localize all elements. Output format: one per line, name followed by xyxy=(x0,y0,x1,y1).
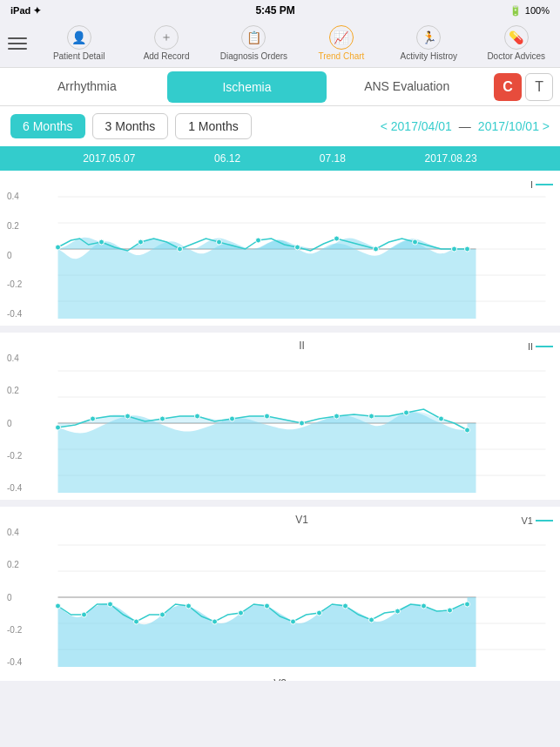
y-axis-I: 0.4 0.2 0 -0.2 -0.4 xyxy=(7,192,22,319)
add-record-icon: ＋ xyxy=(154,25,179,50)
chart-svg-II xyxy=(44,353,560,493)
tab-arrhythmia[interactable]: Arrhythmia xyxy=(7,71,167,104)
svg-point-49 xyxy=(213,619,218,624)
svg-point-45 xyxy=(108,602,113,607)
date-range: < 2017/04/01 — 2017/10/01 > xyxy=(381,119,550,133)
svg-point-17 xyxy=(465,246,470,252)
svg-point-52 xyxy=(291,619,296,624)
legend-label-V1: V1 xyxy=(522,515,533,526)
nav-patient-detail-label: Patient Detail xyxy=(53,51,105,61)
timeline-header-top: 2017.05.07 06.12 07.18 2017.08.23 xyxy=(0,146,560,171)
avatar-c[interactable]: C xyxy=(494,73,522,101)
legend-line-II xyxy=(536,346,553,347)
svg-point-36 xyxy=(465,427,470,433)
nav-doctor-label: Doctor Advices xyxy=(487,51,545,61)
svg-point-32 xyxy=(334,414,340,419)
nav-trend-chart[interactable]: 📈 Trend Chart xyxy=(302,25,381,61)
legend-line-V1 xyxy=(536,520,553,522)
y-axis-V1: 0.4 0.2 0 -0.2 -0.4 xyxy=(7,528,22,667)
svg-point-26 xyxy=(125,414,131,419)
svg-point-6 xyxy=(56,245,61,250)
svg-point-10 xyxy=(217,239,222,245)
svg-point-24 xyxy=(56,425,61,430)
battery-icon: 🔋 xyxy=(509,5,522,17)
svg-point-58 xyxy=(448,608,453,613)
svg-point-33 xyxy=(369,414,374,419)
nav-activity-label: Activity Histroy xyxy=(401,51,458,61)
status-time: 5:45 PM xyxy=(255,4,294,17)
date-dash: — xyxy=(459,119,471,133)
svg-point-34 xyxy=(404,410,409,415)
nav-add-record[interactable]: ＋ Add Record xyxy=(127,25,206,61)
svg-point-29 xyxy=(230,416,235,421)
legend-label-II: II xyxy=(528,341,533,352)
nav-doctor-advices[interactable]: 💊 Doctor Advices xyxy=(477,25,556,61)
svg-point-16 xyxy=(452,246,457,252)
svg-point-43 xyxy=(56,603,61,609)
svg-point-9 xyxy=(178,246,183,252)
svg-point-8 xyxy=(138,239,144,245)
avatar-t[interactable]: T xyxy=(525,73,553,101)
svg-point-59 xyxy=(465,602,470,607)
svg-point-28 xyxy=(195,414,200,419)
timeline-label-2: 06.12 xyxy=(214,152,240,165)
svg-point-27 xyxy=(160,416,165,421)
svg-point-57 xyxy=(422,603,427,609)
timeline-label-3: 07.18 xyxy=(320,152,346,165)
date-next-button[interactable]: 2017/10/01 > xyxy=(478,119,550,133)
svg-point-12 xyxy=(295,245,300,250)
svg-point-55 xyxy=(369,617,374,622)
tabs-row: Arrhythmia Ischemia ANS Evaluation C T xyxy=(0,68,560,106)
hamburger-menu[interactable] xyxy=(4,34,30,53)
svg-point-50 xyxy=(239,610,244,616)
nav-bar: 👤 Patient Detail ＋ Add Record 📋 Diagnosi… xyxy=(0,21,560,68)
svg-point-53 xyxy=(317,610,322,616)
period-3months[interactable]: 3 Months xyxy=(92,113,169,139)
chart-svg-I xyxy=(44,179,560,319)
svg-point-30 xyxy=(265,414,270,419)
svg-point-48 xyxy=(186,603,192,609)
svg-point-47 xyxy=(160,612,165,617)
device-name: iPad ✦ xyxy=(10,5,41,17)
status-right: 🔋 100% xyxy=(509,5,550,17)
chart-svg-V1 xyxy=(44,528,560,667)
chart-legend-II: II xyxy=(528,341,553,352)
nav-trend-label: Trend Chart xyxy=(318,51,364,61)
timeline-label-1: 2017.05.07 xyxy=(83,152,135,165)
status-bar: iPad ✦ 5:45 PM 🔋 100% xyxy=(0,0,560,21)
diagnosis-icon: 📋 xyxy=(241,25,266,50)
svg-point-7 xyxy=(99,239,105,245)
timeline-label-4: 2017.08.23 xyxy=(425,152,477,165)
patient-detail-icon: 👤 xyxy=(67,25,91,50)
legend-line-I xyxy=(536,184,553,185)
chart-panel-I: I 0.4 0.2 0 -0.2 -0.4 xyxy=(0,171,560,326)
chart-title-V1: V1 xyxy=(44,514,560,526)
period-6months[interactable]: 6 Months xyxy=(10,114,85,138)
chart-title-II: II xyxy=(44,340,560,352)
nav-diagnosis-orders[interactable]: 📋 Diagnosis Orders xyxy=(214,25,293,61)
svg-point-15 xyxy=(413,239,418,245)
chart-container: 2017.05.07 06.12 07.18 2017.08.23 I 0.4 … xyxy=(0,146,560,681)
svg-point-44 xyxy=(82,612,87,617)
svg-point-46 xyxy=(134,619,139,624)
svg-point-11 xyxy=(256,238,261,243)
chart-panel-V1: V1 V1 0.4 0.2 0 -0.2 -0.4 xyxy=(0,507,560,674)
status-left: iPad ✦ xyxy=(10,5,41,17)
nav-patient-detail[interactable]: 👤 Patient Detail xyxy=(40,25,118,61)
activity-icon: 🏃 xyxy=(416,25,441,50)
tab-ischemia[interactable]: Ischemia xyxy=(167,71,327,103)
chart-legend-V1: V1 xyxy=(522,515,553,526)
chart-title-V2-preview: V2 xyxy=(0,674,560,681)
chart-panel-II: II II 0.4 0.2 0 -0.2 -0.4 xyxy=(0,333,560,500)
nav-diagnosis-label: Diagnosis Orders xyxy=(220,51,287,61)
tab-ans-evaluation[interactable]: ANS Evaluation xyxy=(327,71,487,104)
nav-activity-history[interactable]: 🏃 Activity Histroy xyxy=(389,25,468,61)
svg-point-31 xyxy=(300,421,305,426)
svg-point-51 xyxy=(265,603,270,609)
period-1month[interactable]: 1 Months xyxy=(175,113,252,139)
date-prev-button[interactable]: < 2017/04/01 xyxy=(381,119,452,133)
svg-point-13 xyxy=(334,236,340,241)
svg-point-25 xyxy=(91,416,96,421)
svg-point-14 xyxy=(374,246,379,252)
svg-point-54 xyxy=(343,603,348,609)
